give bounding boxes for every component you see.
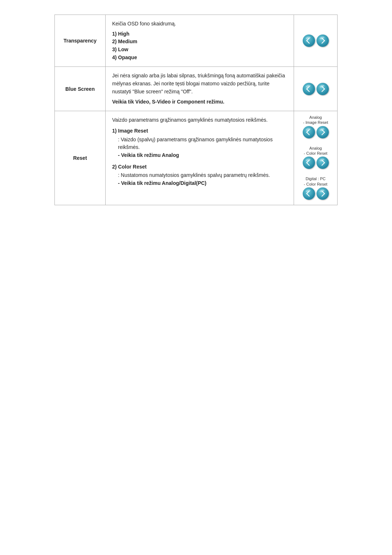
next-button-analog-image-reset[interactable] — [317, 126, 329, 138]
analog-image-reset-label: Analog- Image Reset — [303, 115, 328, 125]
label-reset: Reset — [55, 111, 106, 205]
icon-pair-digital-color-reset — [303, 187, 329, 200]
prev-button-blue-screen[interactable] — [303, 83, 315, 95]
next-button-digital-color-reset[interactable] — [317, 187, 329, 200]
transparency-options: 1) High 2) Medium 3) Low 4) Opaque — [112, 30, 287, 62]
settings-table: Transparency Keičia OSD fono skaidrumą. … — [54, 15, 338, 205]
next-button-analog-color-reset[interactable] — [317, 157, 329, 169]
reset-image-desc: : Vaizdo (spalvų) parametrams grąžinamos… — [118, 136, 287, 159]
blue-screen-text: Jei nėra signalo arba jis labai silpnas,… — [112, 72, 287, 96]
reset-intro: Vaizdo parametrams grąžinamos gamyklinės… — [112, 116, 287, 124]
icon-pair-blue-screen — [298, 83, 333, 95]
label-blue-screen: Blue Screen — [55, 67, 106, 111]
next-button-transparency[interactable] — [317, 35, 329, 47]
icon-pair-transparency — [298, 35, 333, 47]
desc-transparency: Keičia OSD fono skaidrumą. 1) High 2) Me… — [106, 15, 294, 67]
analog-color-reset-label: Analog- Color Reset — [304, 146, 327, 156]
reset-color-section: 2) Color Reset : Nustatomos numatytosios… — [112, 163, 287, 187]
digital-color-reset-label-group: Digital : PC- Color Reset — [303, 176, 329, 200]
icon-pair-analog-color-reset — [303, 157, 329, 169]
icon-transparency — [294, 15, 338, 67]
digital-color-reset-label: Digital : PC- Color Reset — [304, 176, 327, 187]
prev-button-analog-image-reset[interactable] — [303, 126, 315, 138]
option-1: 1) High — [112, 30, 287, 38]
blue-screen-note: Veikia tik Video, S-Video ir Component r… — [112, 98, 287, 106]
reset-color-title: 2) Color Reset — [112, 163, 287, 171]
icon-stacked-reset: Analog- Image Reset Analog- Color Reset … — [298, 115, 333, 201]
next-button-blue-screen[interactable] — [317, 83, 329, 95]
icon-pair-analog-image-reset — [303, 126, 329, 138]
option-2: 2) Medium — [112, 38, 287, 46]
reset-image-section: 1) Image Reset : Vaizdo (spalvų) paramet… — [112, 127, 287, 159]
desc-blue-screen: Jei nėra signalo arba jis labai silpnas,… — [106, 67, 294, 111]
option-3: 3) Low — [112, 46, 287, 54]
table-row-transparency: Transparency Keičia OSD fono skaidrumą. … — [55, 15, 338, 67]
option-4: 4) Opaque — [112, 54, 287, 62]
prev-button-analog-color-reset[interactable] — [303, 157, 315, 169]
icon-reset: Analog- Image Reset Analog- Color Reset … — [294, 111, 338, 205]
analog-color-reset-label-group: Analog- Color Reset — [303, 146, 329, 169]
table-row-reset: Reset Vaizdo parametrams grąžinamos gamy… — [55, 111, 338, 205]
analog-image-reset-label-group: Analog- Image Reset — [303, 115, 329, 138]
prev-button-transparency[interactable] — [303, 35, 315, 47]
icon-blue-screen — [294, 67, 338, 111]
desc-intro-transparency: Keičia OSD fono skaidrumą. — [112, 20, 287, 28]
prev-button-digital-color-reset[interactable] — [303, 187, 315, 200]
reset-image-title: 1) Image Reset — [112, 127, 287, 135]
reset-color-desc: : Nustatomos numatytosios gamyklinės spa… — [118, 171, 287, 187]
table-row-blue-screen: Blue Screen Jei nėra signalo arba jis la… — [55, 67, 338, 111]
desc-reset: Vaizdo parametrams grąžinamos gamyklinės… — [106, 111, 294, 205]
label-transparency: Transparency — [55, 15, 106, 67]
